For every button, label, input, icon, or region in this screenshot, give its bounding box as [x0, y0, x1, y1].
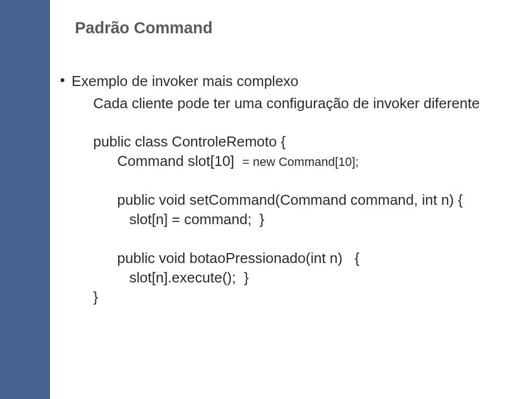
- slide: Padrão Command • Exemplo de invoker mais…: [0, 0, 532, 399]
- code-frag: Command slot[10]: [93, 153, 242, 169]
- code-line-2: Command slot[10] = new Command[10];: [93, 151, 509, 171]
- code-line-7: }: [93, 287, 509, 307]
- slide-title: Padrão Command: [75, 19, 212, 37]
- sub-text: Cada cliente pode ter uma configuração d…: [93, 94, 509, 113]
- slide-content: • Exemplo de invoker mais complexo Cada …: [60, 72, 509, 307]
- code-block: public class ControleRemoto { Command sl…: [93, 132, 509, 307]
- bullet-text: Exemplo de invoker mais complexo: [72, 72, 298, 90]
- code-line-1: public class ControleRemoto {: [93, 132, 509, 151]
- code-blank-2: [93, 229, 509, 249]
- bullet-item: • Exemplo de invoker mais complexo: [60, 72, 509, 90]
- code-blank-1: [93, 171, 509, 190]
- sidebar-accent: [0, 0, 50, 399]
- code-line-4: slot[n] = command; }: [93, 210, 509, 229]
- bullet-marker: •: [60, 72, 65, 88]
- code-line-5: public void botaoPressionado(int n) {: [93, 249, 509, 268]
- code-line-3: public void setCommand(Command command, …: [93, 190, 509, 210]
- code-line-6: slot[n].execute(); }: [93, 268, 509, 287]
- code-frag-small: = new Command[10];: [242, 155, 359, 169]
